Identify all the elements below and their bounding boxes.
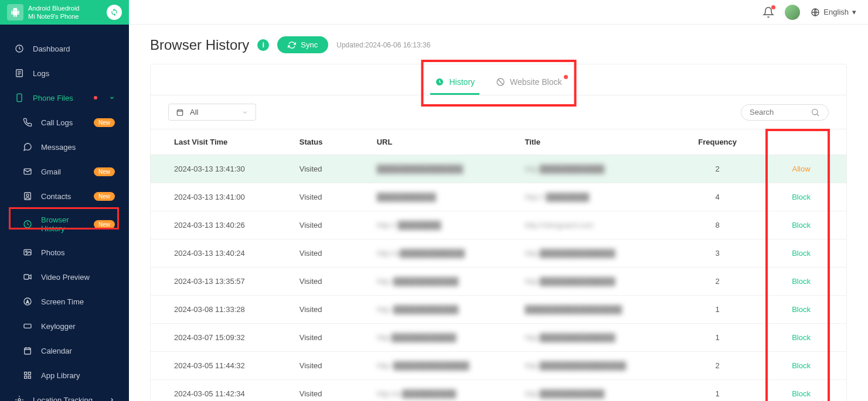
filter-bar: All — [151, 95, 846, 129]
sidebar-item-call-logs[interactable]: Call Logs New — [0, 110, 129, 135]
sidebar: Android Bluedroid Mi Note9's Phone Dashb… — [0, 0, 129, 401]
android-icon — [7, 4, 23, 20]
date-filter-dropdown[interactable]: All — [168, 104, 256, 121]
sidebar-item-dashboard[interactable]: Dashboard — [0, 36, 129, 61]
cell-title: http:████████████ — [518, 380, 679, 402]
caret-down-icon: ▾ — [852, 8, 856, 16]
tab-history[interactable]: History — [424, 73, 485, 95]
device-header[interactable]: Android Bluedroid Mi Note9's Phone — [0, 0, 129, 25]
sidebar-item-messages[interactable]: Messages — [0, 135, 129, 159]
topbar: English ▾ — [129, 0, 868, 25]
sync-device-icon[interactable] — [107, 5, 122, 20]
cell-url: http://a████████████ — [370, 239, 518, 268]
history-icon — [22, 219, 33, 229]
sidebar-item-logs[interactable]: Logs — [0, 61, 129, 85]
svg-point-8 — [26, 251, 28, 252]
sidebar-item-label: Gmail — [41, 167, 61, 176]
notifications-icon[interactable] — [763, 6, 774, 18]
updated-text: Updated:2024-06-06 16:13:36 — [336, 41, 430, 49]
calendar-icon — [176, 108, 184, 116]
th-url: URL — [370, 129, 518, 155]
block-action[interactable]: Block — [792, 193, 811, 201]
info-icon[interactable]: i — [257, 39, 269, 51]
sidebar-item-video-preview[interactable]: Video Preview — [0, 265, 129, 289]
location-icon — [14, 395, 25, 401]
cell-status: Visited — [292, 324, 370, 352]
new-badge: New — [94, 220, 115, 229]
sidebar-item-label: Video Preview — [41, 273, 90, 282]
tab-website-block[interactable]: Website Block — [485, 73, 572, 95]
cell-status: Visited — [292, 296, 370, 324]
language-selector[interactable]: English ▾ — [811, 8, 856, 17]
contacts-icon — [22, 191, 33, 201]
cell-title: http:██████████████ — [518, 239, 679, 268]
table-row[interactable]: 2024-03-13 13:41:00 Visited ███████████ … — [151, 183, 846, 211]
table-row[interactable]: 2024-03-13 13:41:30 Visited ████████████… — [151, 155, 846, 183]
tabs-row: History Website Block — [151, 64, 846, 95]
cell-url: ████████████████ — [370, 155, 518, 183]
cell-frequency: 2 — [679, 155, 756, 183]
cell-action: Block — [756, 211, 846, 239]
sidebar-item-keylogger[interactable]: Keylogger — [0, 314, 129, 338]
sidebar-item-label: Dashboard — [33, 44, 70, 53]
table-row[interactable]: 2024-03-07 15:09:32 Visited http:███████… — [151, 324, 846, 352]
cell-action: Block — [756, 352, 846, 380]
search-input[interactable] — [750, 108, 806, 116]
sidebar-item-label: Contacts — [41, 192, 71, 201]
table-row[interactable]: 2024-03-13 13:40:24 Visited http://a████… — [151, 239, 846, 268]
svg-rect-16 — [25, 376, 27, 378]
allow-action[interactable]: Allow — [792, 164, 811, 173]
cell-title: ██████████████████ — [518, 296, 679, 324]
block-action[interactable]: Block — [792, 221, 811, 229]
block-action[interactable]: Block — [792, 305, 811, 314]
cell-frequency: 8 — [679, 211, 756, 239]
sidebar-item-phone-files[interactable]: Phone Files — [0, 85, 129, 110]
block-action[interactable]: Block — [792, 277, 811, 286]
svg-rect-13 — [25, 348, 31, 354]
logs-icon — [14, 68, 25, 78]
block-action[interactable]: Block — [792, 361, 811, 370]
cell-title: http:██████████████ — [518, 268, 679, 296]
phone-files-icon — [14, 92, 25, 103]
sync-button[interactable]: Sync — [277, 36, 328, 53]
block-action[interactable]: Block — [792, 389, 811, 398]
nav-list: Dashboard Logs Phone Files Call Logs New… — [0, 25, 129, 401]
cell-time: 2024-03-08 11:33:28 — [151, 296, 292, 324]
table-row[interactable]: 2024-03-05 11:44:32 Visited http:/██████… — [151, 352, 846, 380]
new-badge: New — [94, 167, 115, 176]
th-status: Status — [292, 129, 370, 155]
cell-action: Block — [756, 268, 846, 296]
calendar-icon — [22, 345, 33, 356]
sidebar-item-browser-history[interactable]: Browser History New — [0, 208, 129, 240]
sidebar-item-location-tracking[interactable]: Location Tracking — [0, 388, 129, 401]
globe-icon — [811, 8, 820, 17]
block-action[interactable]: Block — [792, 249, 811, 258]
svg-rect-17 — [28, 376, 30, 378]
sidebar-item-screen-time[interactable]: A Screen Time — [0, 289, 129, 314]
tab-label: Website Block — [510, 77, 561, 87]
table-row[interactable]: 2024-03-13 13:35:57 Visited http:/██████… — [151, 268, 846, 296]
sidebar-item-app-library[interactable]: App Library — [0, 363, 129, 388]
table-row[interactable]: 2024-03-13 13:40:26 Visited http:// ████… — [151, 211, 846, 239]
svg-rect-14 — [25, 372, 27, 375]
sidebar-item-photos[interactable]: Photos — [0, 240, 129, 265]
cell-time: 2024-03-05 11:42:34 — [151, 380, 292, 402]
sidebar-item-label: Phone Files — [33, 94, 73, 102]
cell-frequency: 2 — [679, 352, 756, 380]
sidebar-item-contacts[interactable]: Contacts New — [0, 184, 129, 208]
sidebar-item-label: Photos — [41, 248, 64, 257]
sidebar-item-gmail[interactable]: Gmail New — [0, 159, 129, 184]
svg-rect-2 — [17, 94, 22, 101]
table-row[interactable]: 2024-03-08 11:33:28 Visited http:/██████… — [151, 296, 846, 324]
cell-status: Visited — [292, 380, 370, 402]
search-box[interactable] — [741, 104, 829, 121]
table-row[interactable]: 2024-03-05 11:42:34 Visited http://a ███… — [151, 380, 846, 402]
table-wrap: Last Visit Time Status URL Title Frequen… — [151, 129, 846, 401]
sidebar-item-calendar[interactable]: Calendar — [0, 338, 129, 363]
sidebar-item-label: Calendar — [41, 347, 72, 355]
cell-status: Visited — [292, 211, 370, 239]
block-action[interactable]: Block — [792, 333, 811, 342]
sidebar-item-label: Browser History — [41, 215, 86, 233]
avatar[interactable] — [785, 5, 800, 20]
cell-url: http:/██████████████ — [370, 352, 518, 380]
